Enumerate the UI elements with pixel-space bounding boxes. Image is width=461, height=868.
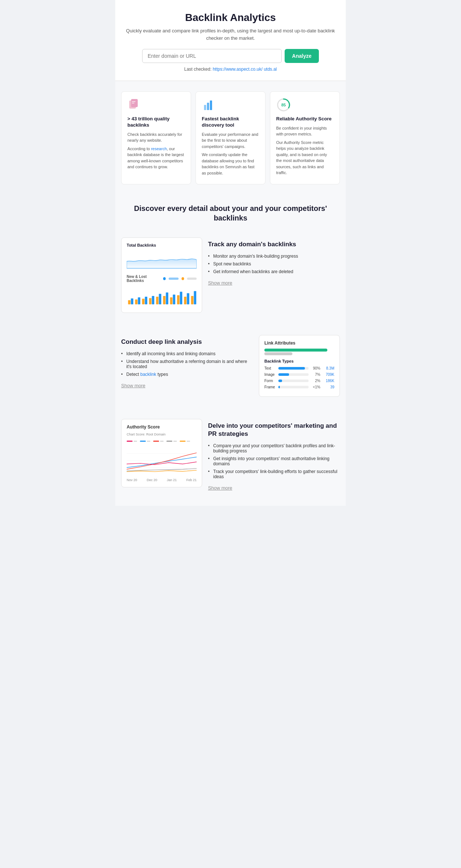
backlink-types-title: Backlink Types xyxy=(264,359,334,363)
link-attributes-title: Link Attributes xyxy=(264,341,334,346)
btype-frame-row: Frame <1% 39 xyxy=(264,385,334,389)
line-chart-svg xyxy=(127,446,197,475)
legend-color-orange xyxy=(180,441,186,442)
discovery-icon xyxy=(202,98,217,112)
btype-frame-pct: <1% xyxy=(311,385,320,389)
btype-image-row: Image 7% 709K xyxy=(264,373,334,377)
as-legend-1: — xyxy=(127,439,137,443)
track-show-more[interactable]: Show more xyxy=(208,280,232,286)
btype-frame-label: Frame xyxy=(264,385,276,389)
feature-body1-discovery: Evaluate your performance and be the fir… xyxy=(202,131,259,150)
svg-rect-15 xyxy=(149,298,152,304)
x-label-3: Jan 21 xyxy=(167,478,177,482)
btype-image-pct: 7% xyxy=(311,373,320,377)
btype-image-count: 709K xyxy=(323,373,334,377)
svg-rect-22 xyxy=(173,294,175,304)
feature-title-discovery: Fastest backlink discovery tool xyxy=(202,116,259,128)
btype-form-bar xyxy=(278,380,309,382)
svg-rect-13 xyxy=(142,299,145,304)
gray-bar xyxy=(264,352,292,355)
comp-bullet-2: Get insights into your competitors' most… xyxy=(208,456,340,466)
analyze-button[interactable]: Analyze xyxy=(285,49,319,63)
legend-color-pink xyxy=(127,441,133,442)
new-dot xyxy=(163,277,166,280)
btype-form-row: Form 2% 186K xyxy=(264,379,334,383)
svg-rect-9 xyxy=(128,300,131,304)
last-checked-link-1[interactable]: https://www.aspect.co.uk/ xyxy=(213,67,263,72)
competitors-list: Compare your and your competitors' backl… xyxy=(208,443,340,479)
feature-card-quality: > 43 trillion quality backlinks Check ba… xyxy=(121,91,191,184)
search-row: Analyze xyxy=(142,49,319,63)
backlink-link[interactable]: backlink xyxy=(140,372,156,377)
legend-color-red xyxy=(153,441,159,442)
as-legend: — — — — — xyxy=(127,439,197,443)
svg-rect-2 xyxy=(132,101,136,102)
deep-bullet-3: Detect backlink types xyxy=(121,372,253,377)
svg-rect-6 xyxy=(210,100,212,110)
deep-analysis-text: Conduct deep link analysis Identify all … xyxy=(121,335,253,389)
svg-rect-20 xyxy=(166,293,168,304)
discover-section: Discover every detail about your and you… xyxy=(115,195,346,506)
authority-score-chart: Authority Score Chart Score: Root Domain… xyxy=(121,419,202,487)
track-bullet-1: Monitor any domain's link-building progr… xyxy=(208,254,340,259)
feature-body2-discovery: We constantly update the database allowi… xyxy=(202,152,259,176)
svg-rect-3 xyxy=(132,103,134,103)
deep-bullet-1: Identify all incoming links and linking … xyxy=(121,351,253,356)
btype-text-row: Text 90% 8.3M xyxy=(264,366,334,370)
total-backlinks-title: Total Backlinks xyxy=(127,243,197,247)
as-legend-2: — xyxy=(140,439,150,443)
svg-rect-25 xyxy=(184,297,187,304)
features-section: > 43 trillion quality backlinks Check ba… xyxy=(115,81,346,195)
x-axis: Nov 20 Dec 20 Jan 21 Feb 21 xyxy=(127,478,197,482)
area-chart-svg xyxy=(127,250,197,269)
btype-text-fill xyxy=(278,367,305,370)
svg-rect-16 xyxy=(152,296,154,304)
green-bar xyxy=(264,349,327,352)
research-link[interactable]: research xyxy=(151,147,167,151)
svg-rect-26 xyxy=(187,293,189,304)
features-grid: > 43 trillion quality backlinks Check ba… xyxy=(121,91,340,184)
backlinks-icon xyxy=(127,98,142,112)
svg-rect-27 xyxy=(191,296,194,304)
competitors-show-more[interactable]: Show more xyxy=(208,485,232,491)
svg-rect-14 xyxy=(145,297,147,304)
last-checked-link-2[interactable]: utds.al xyxy=(264,67,277,72)
feature-card-authority: 85 Reliable Authority Score Be confident… xyxy=(270,91,340,184)
as-subtitle: Chart Score: Root Domain xyxy=(127,433,197,436)
svg-rect-4 xyxy=(204,105,206,110)
btype-image-label: Image xyxy=(264,373,276,377)
new-legend-bar xyxy=(169,278,178,280)
page-title: Backlink Analytics xyxy=(124,12,337,24)
btype-text-bar xyxy=(278,367,309,370)
feature-body2-quality: According to research, our backlink data… xyxy=(127,146,185,170)
feature-card-discovery: Fastest backlink discovery tool Evaluate… xyxy=(196,91,265,184)
total-backlinks-chart: Total Backlinks New & Lost Backlinks xyxy=(121,237,202,313)
svg-rect-19 xyxy=(163,296,166,304)
competitors-row: Authority Score Chart Score: Root Domain… xyxy=(121,412,340,498)
svg-rect-18 xyxy=(159,294,161,305)
last-checked: Last checked: https://www.aspect.co.uk/ … xyxy=(124,67,337,72)
as-legend-3: — xyxy=(153,439,163,443)
search-input[interactable] xyxy=(142,49,282,63)
btype-text-count: 8.3M xyxy=(323,366,334,370)
feature-title-quality: > 43 trillion quality backlinks xyxy=(127,116,185,128)
feature-title-authority: Reliable Authority Score xyxy=(276,116,334,122)
svg-rect-11 xyxy=(135,300,138,304)
svg-text:85: 85 xyxy=(281,103,286,107)
track-backlinks-list: Monitor any domain's link-building progr… xyxy=(208,254,340,274)
competitors-title: Delve into your competitors' marketing a… xyxy=(208,422,340,438)
x-label-1: Nov 20 xyxy=(127,478,137,482)
lost-legend-bar xyxy=(187,278,197,280)
track-backlinks-row: Total Backlinks New & Lost Backlinks xyxy=(121,230,340,320)
btype-form-count: 186K xyxy=(323,379,334,383)
track-backlinks-title: Track any domain's backlinks xyxy=(208,240,340,248)
svg-rect-12 xyxy=(138,297,140,304)
legend-color-gray xyxy=(166,441,172,442)
as-legend-5: — xyxy=(180,439,190,443)
discover-title: Discover every detail about your and you… xyxy=(121,204,340,223)
deep-show-more[interactable]: Show more xyxy=(121,383,145,388)
comp-bullet-1: Compare your and your competitors' backl… xyxy=(208,443,340,454)
feature-body2-authority: Our Authority Score metric helps you ana… xyxy=(276,140,334,176)
bar-chart-svg xyxy=(127,286,197,306)
track-bullet-3: Get informed when backlinks are deleted xyxy=(208,269,340,274)
